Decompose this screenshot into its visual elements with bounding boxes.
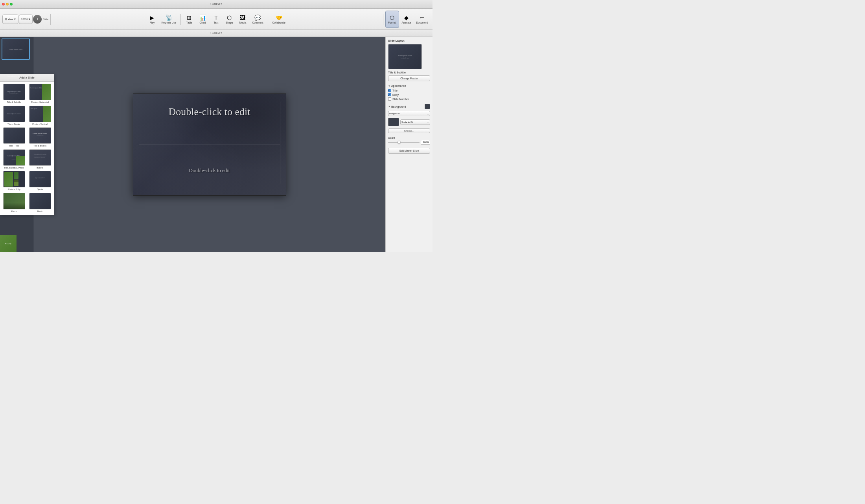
fullscreen-button[interactable] [10,3,13,5]
format-label: Format [388,21,396,24]
scale-dropdown[interactable]: Scale to Fit ⌄ [400,119,430,125]
traffic-lights[interactable] [2,3,13,5]
slider-thumb[interactable] [398,141,401,144]
bg-image-row: Scale to Fit ⌄ [388,118,430,126]
layout-photo-3up[interactable]: Photo – 3 Up [2,171,26,191]
photo-up-area: Photo Up [0,235,17,252]
play-label: Play [150,21,155,24]
minimize-button[interactable] [6,3,9,5]
layout-title-bullets-photo-preview: Lorem Ipsum Dolor • lorem ipsum• accumsa… [3,149,25,166]
collaborate-label: Collaborate [272,21,285,24]
master-preview-subtext: format sub name [401,57,410,59]
bg-fill-arrow: ⌄ [427,112,429,115]
layout-photo-h-preview: Lorem Ipsum Dolor format sub name [29,84,51,100]
view-chevron: ▼ [14,18,16,20]
layout-title-bullets-preview: Lorem Ipsum Dolor • accumsan nisl• lorem… [29,127,51,144]
separator-1 [50,14,51,25]
scale-value: 100% [423,141,429,143]
layout-photo-horizontal[interactable]: Lorem Ipsum Dolor format sub name Photo … [28,84,52,104]
slide-number-checkbox-row: Slide Number [388,97,430,101]
layout-title-bullets[interactable]: Lorem Ipsum Dolor • accumsan nisl• lorem… [28,127,52,147]
scale-type: Scale to Fit [401,121,413,123]
layout-quote-preview: "type a quote here" — attribution [29,171,51,187]
layout-title-top[interactable]: Lorem Ipsum Dolor Title – Top [2,127,26,147]
layout-title-subtitle[interactable]: Lorem Ipsum Dolor format sub name Title … [2,84,26,104]
canvas-area[interactable]: Double-click to edit Double-click to edi… [33,37,385,252]
animate-button[interactable]: ◆ Animate [399,11,414,28]
scale-arrow: ⌄ [427,121,429,123]
layout-bullets[interactable]: • Lorem ipsum dolor sit amet• in labore … [28,149,52,169]
master-preview-text: Lorem Ipsum Dolor [398,55,412,57]
scale-slider-row: 100% [388,140,430,145]
table-button[interactable]: ⊞ Table [183,11,195,28]
bg-fill-row: Image Fill ⌄ [388,111,430,116]
chart-button[interactable]: 📊 Chart [196,11,209,28]
collapse-icon: ▼ [388,85,390,87]
edit-master-slide-button[interactable]: Edit Master Slide [388,148,430,154]
document-icon: ▭ [420,15,425,21]
bg-fill-dropdown[interactable]: Image Fill ⌄ [388,111,430,116]
slide-number-checkbox[interactable] [388,97,391,101]
text-button[interactable]: T Text [210,11,222,28]
layout-title-bullets-label: Title & Bullets [33,145,46,147]
layout-title-bullets-photo[interactable]: Lorem Ipsum Dolor • lorem ipsum• accumsa… [2,149,26,169]
body-checkbox[interactable]: ✓ [388,93,391,96]
layout-photo-h-label: Photo – Horizontal [31,101,49,104]
layout-title-subtitle-label: Title & Subtitle [7,101,21,104]
format-button[interactable]: ⬡ Format [385,11,399,28]
document-button[interactable]: ▭ Document [414,11,430,28]
layout-quote[interactable]: "type a quote here" — attribution Quote [28,171,52,191]
close-button[interactable] [2,3,5,5]
layout-photo-vertical[interactable]: Lorem Ipsum format sub name Photo – Vert… [28,106,52,126]
appearance-header: ▼ Appearance [388,84,430,87]
window-title: Untitled 2 [210,3,222,5]
view-label: View [8,18,13,20]
layout-photo-v-label: Photo – Vertical [32,123,48,126]
slide-item[interactable]: Lorem Ipsum Dolor [2,38,30,60]
scale-value-input[interactable]: 100% [421,140,430,145]
photo-up-label: Photo Up [5,243,12,245]
main-layout: Lorem Ipsum Dolor Photo Up Double-click … [0,37,432,252]
collaborate-button[interactable]: 🤝 Collaborate [270,11,288,28]
add-slide-button[interactable]: + [33,15,42,24]
background-label: Background [391,105,406,108]
collaborate-icon: 🤝 [276,15,282,21]
text-label: Text [213,21,218,24]
shape-label: Shape [226,21,233,24]
layout-photo[interactable]: Photo [2,193,26,213]
comment-button[interactable]: 💬 Comment [250,11,265,28]
body-checkbox-label: Body [392,93,399,96]
bg-fill-type: Image Fill [389,112,399,115]
slide-label: Slide [43,18,48,20]
animate-icon: ◆ [404,15,409,21]
slide-document-title: Untitled 2 [210,32,222,35]
body-checkbox-row: ✓ Body [388,93,430,96]
bg-color-swatch[interactable] [425,104,430,109]
slide-panel-content: Lorem Ipsum Dolor format sub name Title … [0,82,54,215]
media-button[interactable]: 🖼 Media [236,11,249,28]
slide-subtitle-placeholder[interactable]: Double-click to edit [141,167,278,174]
title-checkbox[interactable]: ✓ [388,89,391,92]
play-button[interactable]: ▶ Play [146,11,158,28]
panel-title: Slide Layout [388,39,430,42]
chart-label: Chart [199,21,206,24]
view-button[interactable]: ⊞ View ▼ [2,15,18,24]
slide-title-bar: Untitled 2 [0,30,432,37]
keynote-live-button[interactable]: 📡 Keynote Live [159,11,179,28]
view-icon: ⊞ [5,18,7,21]
layout-blank[interactable]: Blank [28,193,52,213]
plus-icon: + [37,17,39,21]
bg-image-preview [388,118,399,126]
chart-icon: 📊 [199,15,206,21]
change-master-button[interactable]: Change Master [388,75,430,81]
appearance-label: Appearance [391,84,406,87]
zoom-button[interactable]: 100% ▼ [19,15,33,24]
slide-canvas[interactable]: Double-click to edit Double-click to edi… [133,93,286,196]
slide-title-placeholder[interactable]: Double-click to edit [141,106,278,118]
scale-slider[interactable] [388,142,420,143]
choose-button[interactable]: Choose... [388,128,430,133]
layout-title-top-preview: Lorem Ipsum Dolor [3,127,25,144]
shape-button[interactable]: ⬡ Shape [223,11,236,28]
text-icon: T [214,15,218,21]
layout-title-center[interactable]: Lorem Ipsum Dolor Title – Center [2,106,26,126]
